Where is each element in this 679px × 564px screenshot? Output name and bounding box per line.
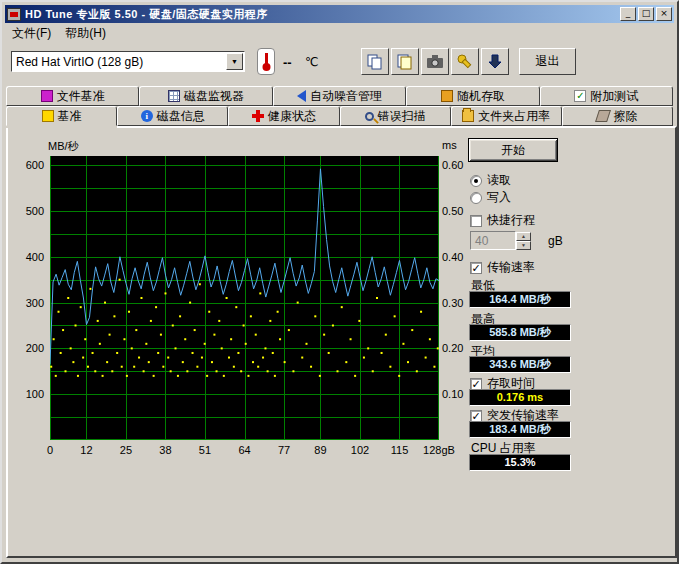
tab-label: 基准 (58, 108, 82, 125)
start-button[interactable]: 开始 (468, 138, 558, 162)
axis-tick-label: 128gB (423, 444, 455, 456)
transfer-rate-checkbox[interactable]: ✓ 传输速率 (470, 259, 535, 276)
axis-tick-label: 200 (26, 342, 44, 354)
avg-value: 343.6 MB/秒 (469, 356, 571, 373)
save-button[interactable] (481, 48, 509, 75)
wrench-icon (457, 54, 473, 70)
axis-tick-label: 0.30 (442, 297, 463, 309)
tab-file-benchmark[interactable]: 文件基准 (6, 86, 139, 106)
hdtune-window: HD Tune 专业版 5.50 - 硬盘/固态硬盘实用程序 _ □ × 文件(… (0, 0, 679, 564)
speaker-icon (297, 90, 306, 102)
minimize-button[interactable]: _ (620, 7, 636, 21)
tab-health[interactable]: 健康状态 (228, 106, 339, 126)
file-benchmark-icon (41, 90, 53, 102)
app-icon (7, 8, 21, 21)
tab-error-scan[interactable]: 错误扫描 (340, 106, 451, 126)
write-radio[interactable]: 写入 (470, 189, 511, 206)
drive-selector[interactable]: Red Hat VirtIO (128 gB) ▼ (11, 51, 245, 72)
tab-label: 文件基准 (57, 88, 105, 105)
tab-label: 文件夹占用率 (478, 108, 550, 125)
y-axis-left-unit: MB/秒 (48, 139, 79, 154)
gb-unit-label: gB (548, 234, 563, 248)
screenshot-button[interactable] (421, 48, 449, 75)
menu-file[interactable]: 文件(F) (5, 23, 58, 44)
camera-icon (426, 54, 444, 69)
axis-tick-label: 0.40 (442, 251, 463, 263)
radio-selected-icon (470, 175, 482, 187)
benchmark-icon (42, 110, 54, 122)
tab-label: 自动噪音管理 (310, 88, 382, 105)
download-arrow-icon (488, 54, 502, 70)
tab-extra-tests[interactable]: ✓ 附加测试 (540, 86, 673, 106)
magnifier-icon (365, 112, 374, 121)
axis-tick-label: 100 (26, 388, 44, 400)
burst-rate-value: 183.4 MB/秒 (469, 421, 571, 438)
radio-unselected-icon (470, 192, 482, 204)
temperature-widget (257, 48, 275, 75)
axis-tick-label: 77 (278, 444, 290, 456)
spinner: ▲ ▼ (516, 232, 531, 250)
tab-erase[interactable]: 擦除 (562, 106, 673, 126)
checkbox-checked-icon: ✓ (470, 410, 482, 422)
x-axis-labels: 012253851647789102115128gB (50, 444, 439, 458)
y-axis-right-labels: 0.600.500.400.300.200.10 (441, 156, 471, 440)
tab-folder-usage[interactable]: 文件夹占用率 (451, 106, 562, 126)
disk-monitor-icon (168, 90, 180, 102)
axis-tick-label: 0 (47, 444, 53, 456)
tab-label: 健康状态 (268, 108, 316, 125)
short-stroke-label: 快捷行程 (487, 212, 535, 229)
copy-icon (366, 54, 384, 70)
axis-tick-label: 25 (120, 444, 132, 456)
tools-button[interactable] (451, 48, 479, 75)
tab-label: 随机存取 (457, 88, 505, 105)
spinner-down-button[interactable]: ▼ (516, 241, 531, 250)
folder-icon (462, 110, 474, 122)
maximize-button[interactable]: □ (638, 7, 654, 21)
axis-tick-label: 0.10 (442, 388, 463, 400)
short-stroke-checkbox[interactable]: 快捷行程 (470, 212, 535, 229)
checkbox-checked-icon: ✓ (470, 262, 482, 274)
write-radio-label: 写入 (487, 189, 511, 206)
tab-row-2: 基准 i 磁盘信息 健康状态 错误扫描 文件夹占用率 擦除 (6, 106, 673, 126)
tab-random-access[interactable]: 随机存取 (406, 86, 539, 106)
exit-button[interactable]: 退出 (519, 48, 576, 75)
axis-tick-label: 300 (26, 297, 44, 309)
toolbar: Red Hat VirtIO (128 gB) ▼ -- ℃ (5, 44, 674, 80)
axis-tick-label: 400 (26, 251, 44, 263)
axis-tick-label: 0.50 (442, 205, 463, 217)
close-button[interactable]: × (656, 7, 672, 21)
benchmark-plot (50, 156, 439, 440)
axis-tick-label: 12 (80, 444, 92, 456)
copy-to-clipboard-button[interactable] (361, 48, 389, 75)
axis-tick-label: 89 (314, 444, 326, 456)
health-cross-icon (252, 110, 264, 122)
tab-aam[interactable]: 自动噪音管理 (273, 86, 406, 106)
y-axis-right-unit: ms (442, 139, 457, 151)
y-axis-left-labels: 600500400300200100 (14, 156, 46, 440)
menu-help[interactable]: 帮助(H) (58, 23, 113, 44)
tab-disk-info[interactable]: i 磁盘信息 (117, 106, 228, 126)
axis-tick-label: 115 (391, 444, 409, 456)
checkbox-checked-icon: ✓ (470, 378, 482, 390)
chevron-down-icon[interactable]: ▼ (226, 53, 243, 70)
benchmark-page: MB/秒 ms 600500400300200100 0.600.500.400… (6, 126, 677, 558)
tab-benchmark[interactable]: 基准 (6, 106, 117, 126)
checkbox-unchecked-icon (470, 215, 482, 227)
tab-row-1: 文件基准 磁盘监视器 自动噪音管理 随机存取 ✓ 附加测试 (6, 86, 673, 106)
axis-tick-label: 64 (238, 444, 250, 456)
temperature-unit: ℃ (305, 55, 318, 69)
axis-tick-label: 102 (351, 444, 369, 456)
tab-label: 擦除 (613, 108, 637, 125)
spinner-up-button[interactable]: ▲ (516, 232, 531, 241)
temperature-value: -- (283, 55, 292, 70)
read-radio-label: 读取 (487, 172, 511, 189)
copy-pages-button[interactable] (391, 48, 419, 75)
thermometer-icon (261, 51, 272, 72)
tab-disk-monitor[interactable]: 磁盘监视器 (139, 86, 272, 106)
max-value: 585.8 MB/秒 (469, 324, 571, 341)
short-stroke-size-input[interactable]: 40 (470, 231, 516, 250)
tab-label: 错误扫描 (378, 108, 426, 125)
tab-label: 磁盘监视器 (184, 88, 244, 105)
read-radio[interactable]: 读取 (470, 172, 511, 189)
axis-tick-label: 38 (159, 444, 171, 456)
